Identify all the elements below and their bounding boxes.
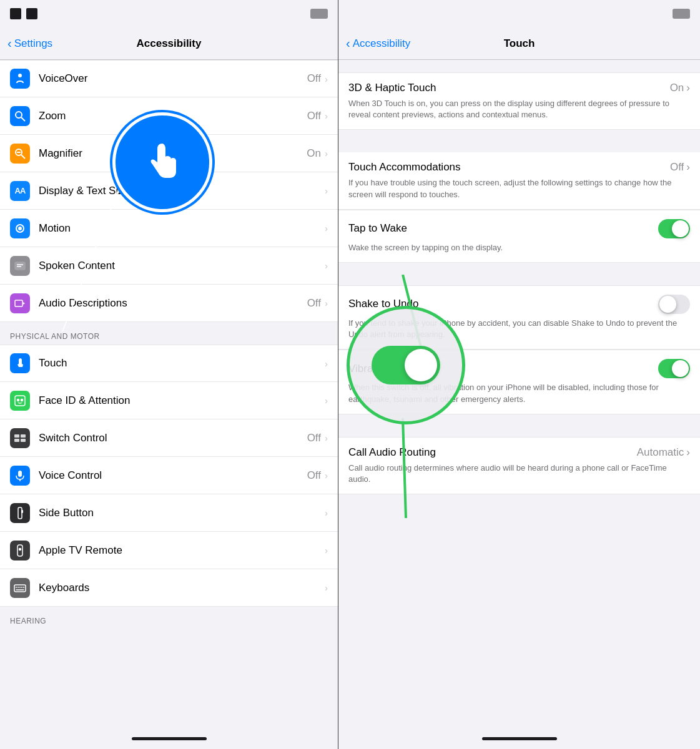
switch-control-label: Switch Control [39, 432, 307, 444]
page-title-left: Accessibility [137, 37, 202, 50]
section-hearing: HEARING [0, 607, 338, 629]
list-item-side-button[interactable]: Side Button › [0, 494, 338, 532]
status-icon-2 [26, 8, 37, 19]
nav-bar-right: ‹ Accessibility Touch [338, 27, 700, 60]
list-item-apple-tv-remote[interactable]: Apple TV Remote › [0, 532, 338, 569]
voiceover-chevron: › [325, 74, 328, 84]
face-id-chevron: › [325, 395, 328, 406]
touch-label: Touch [39, 357, 325, 370]
magnifier-value: On [307, 147, 321, 160]
list-item-audio-desc[interactable]: Audio Descriptions Off › [0, 285, 338, 322]
status-bar-right [338, 0, 700, 27]
right-item-3d-haptic[interactable]: 3D & Haptic Touch On › When 3D Touch is … [338, 72, 700, 130]
battery-right [673, 9, 690, 19]
shake-to-undo-desc: If you tend to shake your iPhone by acci… [348, 318, 690, 340]
voice-control-label: Voice Control [39, 469, 307, 482]
keyboards-label: Keyboards [39, 582, 325, 594]
right-item-shake-to-undo[interactable]: Shake to Undo If you tend to shake your … [338, 285, 700, 350]
right-item-touch-accommodations[interactable]: Touch Accommodations Off › If you have t… [338, 152, 700, 209]
face-id-label: Face ID & Attention [39, 394, 325, 407]
list-item-keyboards[interactable]: Keyboards › [0, 569, 338, 607]
vibration-desc: When this switch is off, all vibration o… [348, 382, 690, 404]
switch-control-chevron: › [325, 433, 328, 443]
list-item-spoken-content[interactable]: Spoken Content › [0, 247, 338, 285]
3d-haptic-desc: When 3D Touch is on, you can press on th… [348, 98, 690, 120]
page-title-right: Touch [504, 37, 535, 50]
separator-2 [338, 263, 700, 285]
svg-rect-15 [14, 434, 19, 438]
svg-point-0 [18, 74, 22, 77]
status-icon-1 [10, 8, 21, 19]
svg-rect-16 [21, 434, 26, 438]
svg-point-1 [16, 112, 22, 118]
touch-icon [10, 353, 30, 373]
vibration-title: Vibration [348, 363, 390, 375]
back-label-right[interactable]: Accessibility [353, 37, 411, 50]
svg-rect-21 [18, 507, 22, 519]
back-button-left[interactable]: ‹ Settings [7, 36, 52, 51]
shake-to-undo-toggle[interactable] [658, 295, 690, 314]
svg-rect-8 [15, 262, 25, 270]
tap-to-wake-title: Tap to Wake [348, 222, 407, 235]
side-button-chevron: › [325, 507, 328, 518]
svg-line-4 [21, 155, 25, 159]
right-item-vibration[interactable]: Vibration When this switch is off, all v… [338, 350, 700, 414]
svg-rect-19 [18, 471, 22, 477]
face-id-icon [10, 391, 30, 411]
audio-desc-chevron: › [325, 298, 328, 308]
home-indicator-left [0, 728, 338, 749]
list-item-voice-control[interactable]: Voice Control Off › [0, 457, 338, 494]
separator-3 [338, 414, 700, 437]
side-button-label: Side Button [39, 507, 325, 519]
left-panel: ‹ Settings Accessibility VoiceOver Off ›… [0, 0, 338, 749]
right-list: 3D & Haptic Touch On › When 3D Touch is … [338, 60, 700, 728]
spoken-content-icon [10, 256, 30, 276]
list-item-touch[interactable]: Touch › [0, 345, 338, 382]
zoom-icon [10, 106, 30, 126]
3d-haptic-chevron: › [686, 82, 690, 94]
svg-rect-22 [21, 510, 23, 513]
zoom-value: Off [307, 110, 321, 122]
list-item-face-id[interactable]: Face ID & Attention › [0, 382, 338, 419]
battery-left [310, 9, 328, 19]
3d-haptic-title: 3D & Haptic Touch [348, 82, 436, 94]
svg-point-14 [21, 399, 23, 401]
svg-rect-17 [14, 439, 19, 442]
touch-accommodations-value-group: Off › [670, 161, 690, 174]
touch-accommodations-desc: If you have trouble using the touch scre… [348, 177, 690, 200]
vibration-toggle[interactable] [658, 359, 690, 378]
call-audio-title: Call Audio Routing [348, 446, 436, 459]
svg-line-2 [21, 117, 25, 121]
call-audio-value: Automatic [637, 446, 684, 459]
nav-bar-left: ‹ Settings Accessibility [0, 27, 338, 60]
tap-to-wake-toggle[interactable] [658, 219, 690, 238]
3d-haptic-value-group: On › [670, 82, 690, 94]
list-item-switch-control[interactable]: Switch Control Off › [0, 419, 338, 457]
svg-rect-12 [15, 396, 25, 406]
back-label-left[interactable]: Settings [14, 37, 52, 50]
call-audio-chevron: › [686, 446, 690, 459]
audio-desc-icon [10, 293, 30, 313]
audio-desc-value: Off [307, 297, 321, 310]
svg-point-13 [17, 399, 19, 401]
physical-group: Touch › Face ID & Attention › Switch Con… [0, 345, 338, 607]
chevron-left-icon-right: ‹ [346, 36, 350, 51]
right-item-tap-to-wake[interactable]: Tap to Wake Wake the screen by tapping o… [338, 210, 700, 263]
svg-rect-18 [21, 439, 26, 442]
right-item-call-audio[interactable]: Call Audio Routing Automatic › Call audi… [338, 437, 700, 494]
spoken-content-label: Spoken Content [39, 260, 325, 272]
apple-tv-remote-chevron: › [325, 545, 328, 556]
magnifier-icon [10, 144, 30, 164]
motion-chevron: › [325, 223, 328, 233]
audio-desc-label: Audio Descriptions [39, 297, 307, 310]
back-button-right[interactable]: ‹ Accessibility [346, 36, 410, 51]
touch-icon-annotation [112, 112, 212, 212]
list-item-motion[interactable]: Motion › [0, 210, 338, 247]
list-item-voiceover[interactable]: VoiceOver Off › [0, 60, 338, 97]
tap-to-wake-desc: Wake the screen by tapping on the displa… [348, 242, 690, 253]
motion-icon [10, 218, 30, 238]
voice-control-chevron: › [325, 470, 328, 481]
touch-accommodations-title: Touch Accommodations [348, 161, 461, 174]
svg-rect-25 [14, 585, 26, 592]
shake-to-undo-title: Shake to Undo [348, 298, 418, 310]
